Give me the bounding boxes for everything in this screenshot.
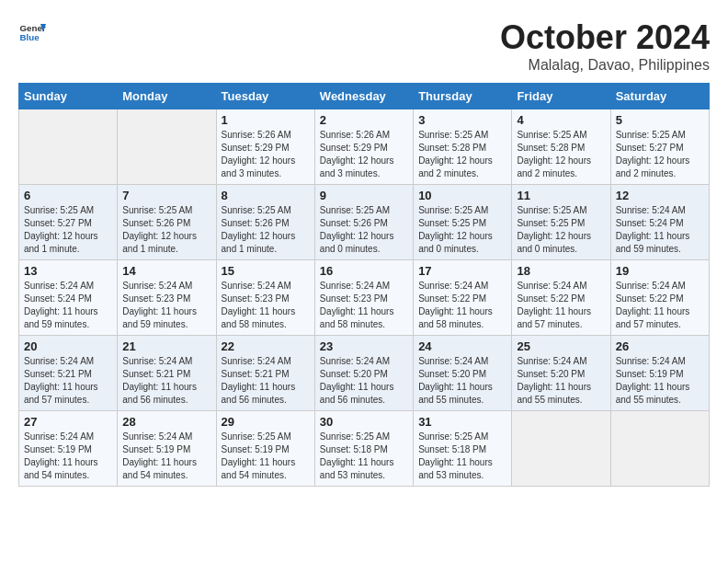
day-number: 9 bbox=[320, 189, 408, 202]
day-number: 2 bbox=[320, 113, 408, 127]
day-info: Sunrise: 5:25 AM Sunset: 5:28 PM Dayligh… bbox=[418, 129, 506, 180]
weekday-header-saturday: Saturday bbox=[610, 84, 709, 109]
day-info: Sunrise: 5:25 AM Sunset: 5:19 PM Dayligh… bbox=[222, 431, 310, 482]
day-number: 3 bbox=[418, 113, 506, 127]
day-info: Sunrise: 5:25 AM Sunset: 5:18 PM Dayligh… bbox=[418, 431, 506, 482]
calendar-cell: 14Sunrise: 5:24 AM Sunset: 5:23 PM Dayli… bbox=[118, 260, 216, 336]
day-number: 11 bbox=[517, 189, 605, 202]
calendar-cell: 13Sunrise: 5:24 AM Sunset: 5:24 PM Dayli… bbox=[19, 260, 118, 336]
day-number: 30 bbox=[320, 415, 408, 429]
calendar-cell: 19Sunrise: 5:24 AM Sunset: 5:22 PM Dayli… bbox=[610, 260, 709, 336]
calendar-cell: 21Sunrise: 5:24 AM Sunset: 5:21 PM Dayli… bbox=[118, 336, 216, 411]
day-info: Sunrise: 5:24 AM Sunset: 5:23 PM Dayligh… bbox=[122, 280, 210, 331]
day-number: 14 bbox=[122, 264, 210, 278]
weekday-header-row: SundayMondayTuesdayWednesdayThursdayFrid… bbox=[19, 84, 710, 109]
day-number: 21 bbox=[122, 339, 210, 353]
day-info: Sunrise: 5:24 AM Sunset: 5:19 PM Dayligh… bbox=[24, 431, 112, 482]
day-number: 16 bbox=[320, 264, 408, 278]
day-info: Sunrise: 5:24 AM Sunset: 5:22 PM Dayligh… bbox=[616, 280, 704, 331]
day-info: Sunrise: 5:25 AM Sunset: 5:25 PM Dayligh… bbox=[517, 204, 605, 256]
calendar-cell: 12Sunrise: 5:24 AM Sunset: 5:24 PM Dayli… bbox=[610, 185, 709, 260]
logo: General Blue bbox=[18, 18, 46, 46]
calendar-cell: 2Sunrise: 5:26 AM Sunset: 5:29 PM Daylig… bbox=[314, 109, 413, 185]
day-info: Sunrise: 5:24 AM Sunset: 5:21 PM Dayligh… bbox=[24, 355, 112, 407]
day-info: Sunrise: 5:24 AM Sunset: 5:24 PM Dayligh… bbox=[24, 280, 112, 331]
calendar-body: 1Sunrise: 5:26 AM Sunset: 5:29 PM Daylig… bbox=[19, 109, 710, 487]
day-number: 27 bbox=[24, 415, 112, 429]
day-info: Sunrise: 5:24 AM Sunset: 5:24 PM Dayligh… bbox=[616, 204, 704, 256]
day-number: 18 bbox=[517, 264, 605, 278]
day-info: Sunrise: 5:26 AM Sunset: 5:29 PM Dayligh… bbox=[320, 129, 408, 180]
day-info: Sunrise: 5:25 AM Sunset: 5:27 PM Dayligh… bbox=[616, 129, 704, 180]
day-number: 24 bbox=[418, 339, 506, 353]
day-info: Sunrise: 5:24 AM Sunset: 5:23 PM Dayligh… bbox=[320, 280, 408, 331]
day-number: 5 bbox=[616, 113, 704, 127]
calendar-cell: 9Sunrise: 5:25 AM Sunset: 5:26 PM Daylig… bbox=[314, 185, 413, 260]
calendar-cell: 11Sunrise: 5:25 AM Sunset: 5:25 PM Dayli… bbox=[512, 185, 610, 260]
day-number: 6 bbox=[24, 189, 112, 202]
weekday-header-wednesday: Wednesday bbox=[314, 84, 413, 109]
day-info: Sunrise: 5:26 AM Sunset: 5:29 PM Dayligh… bbox=[222, 129, 310, 180]
calendar-cell: 22Sunrise: 5:24 AM Sunset: 5:21 PM Dayli… bbox=[216, 336, 314, 411]
calendar-cell: 5Sunrise: 5:25 AM Sunset: 5:27 PM Daylig… bbox=[610, 109, 709, 185]
calendar-cell: 8Sunrise: 5:25 AM Sunset: 5:26 PM Daylig… bbox=[216, 185, 314, 260]
calendar-cell bbox=[19, 109, 118, 185]
calendar-cell: 31Sunrise: 5:25 AM Sunset: 5:18 PM Dayli… bbox=[414, 411, 512, 487]
day-number: 13 bbox=[24, 264, 112, 278]
day-number: 25 bbox=[517, 339, 605, 353]
day-number: 28 bbox=[122, 415, 210, 429]
calendar-cell bbox=[118, 109, 216, 185]
calendar-cell: 16Sunrise: 5:24 AM Sunset: 5:23 PM Dayli… bbox=[314, 260, 413, 336]
calendar-cell: 25Sunrise: 5:24 AM Sunset: 5:20 PM Dayli… bbox=[512, 336, 610, 411]
day-number: 8 bbox=[222, 189, 310, 202]
calendar-cell: 7Sunrise: 5:25 AM Sunset: 5:26 PM Daylig… bbox=[118, 185, 216, 260]
calendar-cell: 3Sunrise: 5:25 AM Sunset: 5:28 PM Daylig… bbox=[414, 109, 512, 185]
calendar-cell: 26Sunrise: 5:24 AM Sunset: 5:19 PM Dayli… bbox=[610, 336, 709, 411]
day-info: Sunrise: 5:25 AM Sunset: 5:26 PM Dayligh… bbox=[320, 204, 408, 256]
day-info: Sunrise: 5:24 AM Sunset: 5:23 PM Dayligh… bbox=[222, 280, 310, 331]
calendar-cell: 27Sunrise: 5:24 AM Sunset: 5:19 PM Dayli… bbox=[19, 411, 118, 487]
month-title: October 2024 bbox=[500, 18, 710, 57]
day-info: Sunrise: 5:25 AM Sunset: 5:27 PM Dayligh… bbox=[24, 204, 112, 256]
day-number: 7 bbox=[122, 189, 210, 202]
page-header: General Blue October 2024 Malalag, Davao… bbox=[18, 18, 710, 74]
title-block: October 2024 Malalag, Davao, Philippines bbox=[500, 18, 710, 74]
day-info: Sunrise: 5:24 AM Sunset: 5:21 PM Dayligh… bbox=[222, 355, 310, 407]
day-info: Sunrise: 5:24 AM Sunset: 5:21 PM Dayligh… bbox=[122, 355, 210, 407]
calendar-cell: 4Sunrise: 5:25 AM Sunset: 5:28 PM Daylig… bbox=[512, 109, 610, 185]
day-number: 20 bbox=[24, 339, 112, 353]
day-info: Sunrise: 5:25 AM Sunset: 5:26 PM Dayligh… bbox=[222, 204, 310, 256]
calendar-cell bbox=[610, 411, 709, 487]
day-number: 1 bbox=[222, 113, 310, 127]
day-info: Sunrise: 5:24 AM Sunset: 5:20 PM Dayligh… bbox=[418, 355, 506, 407]
day-number: 31 bbox=[418, 415, 506, 429]
location: Malalag, Davao, Philippines bbox=[500, 57, 710, 74]
day-number: 22 bbox=[222, 339, 310, 353]
calendar-cell bbox=[512, 411, 610, 487]
weekday-header-sunday: Sunday bbox=[19, 84, 118, 109]
weekday-header-tuesday: Tuesday bbox=[216, 84, 314, 109]
day-info: Sunrise: 5:24 AM Sunset: 5:22 PM Dayligh… bbox=[418, 280, 506, 331]
day-info: Sunrise: 5:25 AM Sunset: 5:18 PM Dayligh… bbox=[320, 431, 408, 482]
week-row-5: 27Sunrise: 5:24 AM Sunset: 5:19 PM Dayli… bbox=[19, 411, 710, 487]
weekday-header-friday: Friday bbox=[512, 84, 610, 109]
day-info: Sunrise: 5:25 AM Sunset: 5:26 PM Dayligh… bbox=[122, 204, 210, 256]
day-info: Sunrise: 5:24 AM Sunset: 5:19 PM Dayligh… bbox=[616, 355, 704, 407]
calendar-cell: 1Sunrise: 5:26 AM Sunset: 5:29 PM Daylig… bbox=[216, 109, 314, 185]
weekday-header-monday: Monday bbox=[118, 84, 216, 109]
calendar-cell: 30Sunrise: 5:25 AM Sunset: 5:18 PM Dayli… bbox=[314, 411, 413, 487]
calendar-table: SundayMondayTuesdayWednesdayThursdayFrid… bbox=[18, 83, 710, 487]
day-number: 10 bbox=[418, 189, 506, 202]
day-number: 23 bbox=[320, 339, 408, 353]
calendar-cell: 10Sunrise: 5:25 AM Sunset: 5:25 PM Dayli… bbox=[414, 185, 512, 260]
calendar-cell: 29Sunrise: 5:25 AM Sunset: 5:19 PM Dayli… bbox=[216, 411, 314, 487]
day-number: 29 bbox=[222, 415, 310, 429]
day-number: 4 bbox=[517, 113, 605, 127]
day-info: Sunrise: 5:25 AM Sunset: 5:25 PM Dayligh… bbox=[418, 204, 506, 256]
calendar-cell: 23Sunrise: 5:24 AM Sunset: 5:20 PM Dayli… bbox=[314, 336, 413, 411]
calendar-cell: 28Sunrise: 5:24 AM Sunset: 5:19 PM Dayli… bbox=[118, 411, 216, 487]
logo-icon: General Blue bbox=[18, 18, 46, 46]
day-number: 17 bbox=[418, 264, 506, 278]
weekday-header-thursday: Thursday bbox=[414, 84, 512, 109]
day-number: 19 bbox=[616, 264, 704, 278]
